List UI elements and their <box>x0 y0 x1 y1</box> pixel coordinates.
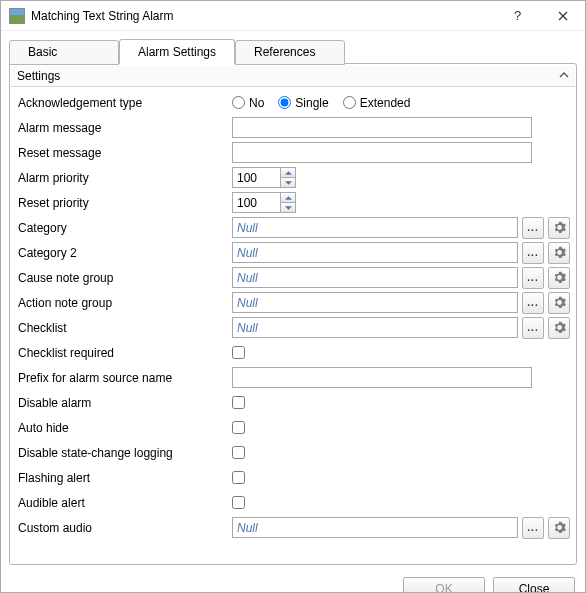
cause-note-group-field[interactable]: Null <box>232 267 518 288</box>
reset-priority-input[interactable] <box>232 192 280 213</box>
row-disable-alarm: Disable alarm <box>14 390 572 415</box>
row-custom-audio: Custom audio Null ... <box>14 515 572 540</box>
row-action-note-group: Action note group Null ... <box>14 290 572 315</box>
category2-browse-button[interactable]: ... <box>522 242 544 264</box>
label-prefix: Prefix for alarm source name <box>14 371 232 385</box>
label-auto-hide: Auto hide <box>14 421 232 435</box>
tab-references[interactable]: References <box>235 40 345 65</box>
radio-single[interactable]: Single <box>278 96 328 110</box>
section-header-settings[interactable]: Settings <box>11 65 575 87</box>
audible-alert-checkbox[interactable] <box>232 496 245 509</box>
label-cause-note-group: Cause note group <box>14 271 232 285</box>
label-flashing-alert: Flashing alert <box>14 471 232 485</box>
alarm-priority-input[interactable] <box>232 167 280 188</box>
tab-basic-label: Basic <box>28 45 57 59</box>
row-disable-logging: Disable state-change logging <box>14 440 572 465</box>
window-close-button[interactable] <box>540 1 585 31</box>
triangle-up-icon <box>285 171 292 175</box>
category2-settings-button[interactable] <box>548 242 570 264</box>
reset-priority-spin-down[interactable] <box>281 203 295 212</box>
alarm-priority-spin-down[interactable] <box>281 178 295 187</box>
label-ack-type: Acknowledgement type <box>14 96 232 110</box>
tab-alarm-settings[interactable]: Alarm Settings <box>119 39 235 64</box>
custom-audio-browse-button[interactable]: ... <box>522 517 544 539</box>
triangle-up-icon <box>285 196 292 200</box>
radio-extended[interactable]: Extended <box>343 96 411 110</box>
auto-hide-checkbox[interactable] <box>232 421 245 434</box>
disable-alarm-checkbox[interactable] <box>232 396 245 409</box>
alarm-message-input[interactable] <box>232 117 532 138</box>
title-bar: Matching Text String Alarm ? <box>1 1 585 31</box>
gear-icon <box>553 221 566 234</box>
checklist-settings-button[interactable] <box>548 317 570 339</box>
row-category2: Category 2 Null ... <box>14 240 572 265</box>
radio-single-input[interactable] <box>278 96 291 109</box>
close-button[interactable]: Close <box>493 577 575 593</box>
label-disable-alarm: Disable alarm <box>14 396 232 410</box>
app-icon <box>9 8 25 24</box>
cause-note-group-browse-button[interactable]: ... <box>522 267 544 289</box>
prefix-input[interactable] <box>232 367 532 388</box>
tab-references-label: References <box>254 45 315 59</box>
radio-extended-input[interactable] <box>343 96 356 109</box>
window-title: Matching Text String Alarm <box>31 9 495 23</box>
label-alarm-priority: Alarm priority <box>14 171 232 185</box>
cause-note-group-settings-button[interactable] <box>548 267 570 289</box>
ok-button[interactable]: OK <box>403 577 485 593</box>
gear-icon <box>553 521 566 534</box>
row-checklist: Checklist Null ... <box>14 315 572 340</box>
alarm-priority-spin-up[interactable] <box>281 168 295 178</box>
gear-icon <box>553 321 566 334</box>
help-button[interactable]: ? <box>495 1 540 31</box>
row-ack-type: Acknowledgement type No Single Extended <box>14 90 572 115</box>
category-settings-button[interactable] <box>548 217 570 239</box>
label-reset-priority: Reset priority <box>14 196 232 210</box>
reset-message-input[interactable] <box>232 142 532 163</box>
row-alarm-message: Alarm message <box>14 115 572 140</box>
action-note-group-browse-button[interactable]: ... <box>522 292 544 314</box>
action-note-group-settings-button[interactable] <box>548 292 570 314</box>
row-flashing-alert: Flashing alert <box>14 465 572 490</box>
checklist-browse-button[interactable]: ... <box>522 317 544 339</box>
checklist-required-checkbox[interactable] <box>232 346 245 359</box>
row-reset-message: Reset message <box>14 140 572 165</box>
disable-logging-checkbox[interactable] <box>232 446 245 459</box>
close-icon <box>558 11 568 21</box>
gear-icon <box>553 296 566 309</box>
category-browse-button[interactable]: ... <box>522 217 544 239</box>
row-auto-hide: Auto hide <box>14 415 572 440</box>
category2-field[interactable]: Null <box>232 242 518 263</box>
row-reset-priority: Reset priority <box>14 190 572 215</box>
label-reset-message: Reset message <box>14 146 232 160</box>
label-custom-audio: Custom audio <box>14 521 232 535</box>
label-action-note-group: Action note group <box>14 296 232 310</box>
section-title: Settings <box>17 69 60 83</box>
settings-body: Acknowledgement type No Single Extended … <box>10 88 576 562</box>
tab-strip: Basic Alarm Settings References <box>9 39 577 64</box>
row-alarm-priority: Alarm priority <box>14 165 572 190</box>
custom-audio-field[interactable]: Null <box>232 517 518 538</box>
gear-icon <box>553 246 566 259</box>
tab-panel: Settings Acknowledgement type No Single … <box>9 63 577 565</box>
category-field[interactable]: Null <box>232 217 518 238</box>
label-checklist-required: Checklist required <box>14 346 232 360</box>
checklist-field[interactable]: Null <box>232 317 518 338</box>
tab-basic[interactable]: Basic <box>9 40 119 65</box>
radio-no-input[interactable] <box>232 96 245 109</box>
label-category2: Category 2 <box>14 246 232 260</box>
row-cause-note-group: Cause note group Null ... <box>14 265 572 290</box>
triangle-down-icon <box>285 206 292 210</box>
chevron-up-icon <box>559 69 569 83</box>
row-category: Category Null ... <box>14 215 572 240</box>
custom-audio-settings-button[interactable] <box>548 517 570 539</box>
dialog-footer: OK Close <box>1 569 585 593</box>
row-prefix: Prefix for alarm source name <box>14 365 572 390</box>
label-disable-logging: Disable state-change logging <box>14 446 232 460</box>
flashing-alert-checkbox[interactable] <box>232 471 245 484</box>
radio-no[interactable]: No <box>232 96 264 110</box>
label-alarm-message: Alarm message <box>14 121 232 135</box>
row-audible-alert: Audible alert <box>14 490 572 515</box>
reset-priority-spin-up[interactable] <box>281 193 295 203</box>
label-category: Category <box>14 221 232 235</box>
action-note-group-field[interactable]: Null <box>232 292 518 313</box>
